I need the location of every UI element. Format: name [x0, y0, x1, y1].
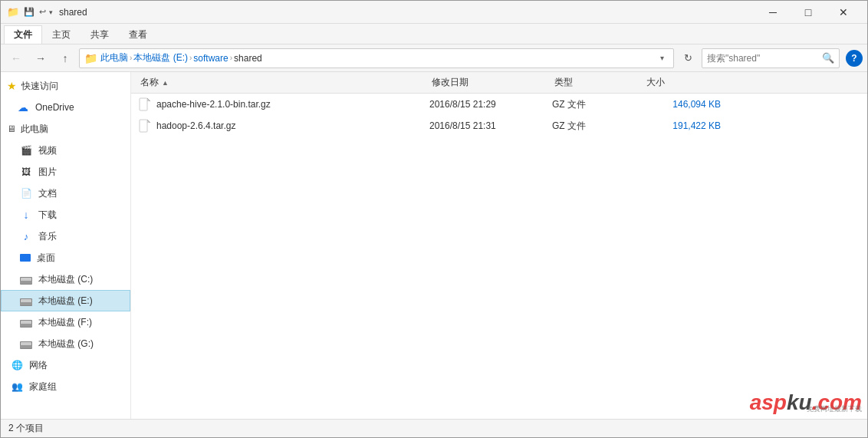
- dropdown-arrow[interactable]: ▾: [49, 8, 53, 16]
- col-header-name[interactable]: 名称 ▲: [137, 72, 429, 93]
- sidebar: ★ 快速访问 ☁ OneDrive 🖥 此电脑 🎬 视频 🖼 图片: [1, 72, 131, 419]
- sidebar-item-pictures[interactable]: 🖼 图片: [1, 161, 130, 183]
- maximize-button[interactable]: □: [791, 1, 826, 24]
- search-box[interactable]: 🔍: [702, 48, 840, 68]
- sidebar-item-documents[interactable]: 📄 文档: [1, 183, 130, 204]
- breadcrumb-sep-1: ›: [130, 54, 132, 62]
- downloads-icon: ↓: [20, 209, 32, 221]
- drive-e-label: 本地磁盘 (E:): [38, 295, 93, 308]
- tab-file[interactable]: 文件: [4, 25, 42, 44]
- tab-share[interactable]: 共享: [81, 25, 119, 44]
- desktop-label: 桌面: [37, 252, 55, 265]
- file-icon-1: [138, 97, 152, 111]
- col-name-label: 名称: [140, 76, 159, 89]
- file-row-1[interactable]: apache-hive-2.1.0-bin.tar.gz 2016/8/15 2…: [131, 94, 867, 115]
- sidebar-item-drive-e[interactable]: 本地磁盘 (E:): [1, 290, 130, 311]
- onedrive-icon: ☁: [17, 101, 29, 114]
- this-pc-label: 此电脑: [21, 123, 48, 136]
- file-row-2[interactable]: hadoop-2.6.4.tar.gz 2016/8/15 21:31 GZ 文…: [131, 115, 867, 137]
- address-folder-icon: 📁: [84, 52, 97, 64]
- toolbar-row: ← → ↑ 📁 此电脑 › 本地磁盘 (E:) › software › sha…: [1, 44, 867, 72]
- search-input[interactable]: [707, 53, 819, 64]
- close-button[interactable]: ✕: [826, 1, 861, 24]
- documents-icon: 📄: [20, 187, 32, 199]
- file-size-2: 191,422 KB: [644, 120, 721, 131]
- address-bar[interactable]: 📁 此电脑 › 本地磁盘 (E:) › software › shared ▾: [79, 48, 674, 68]
- help-button[interactable]: ?: [846, 50, 863, 67]
- sidebar-group-this-pc[interactable]: 🖥 此电脑: [1, 118, 130, 140]
- status-bar: 2 个项目: [1, 419, 867, 437]
- sidebar-item-downloads[interactable]: ↓ 下载: [1, 204, 130, 226]
- search-icon[interactable]: 🔍: [822, 52, 834, 64]
- file-list-header: 名称 ▲ 修改日期 类型 大小: [131, 72, 867, 94]
- quick-access-icon-1: 📁: [7, 6, 19, 18]
- title-bar-controls: ─ □ ✕: [755, 1, 861, 24]
- sidebar-item-drive-g[interactable]: 本地磁盘 (G:): [1, 333, 130, 354]
- sort-arrow-icon: ▲: [162, 79, 169, 87]
- quick-access-undo[interactable]: ↩: [39, 7, 46, 17]
- network-icon: 🌐: [11, 359, 23, 371]
- sidebar-item-drive-c[interactable]: 本地磁盘 (C:): [1, 268, 130, 290]
- sidebar-item-network[interactable]: 🌐 网络: [1, 354, 130, 376]
- back-button[interactable]: ←: [5, 48, 27, 68]
- quick-access-save[interactable]: 💾: [24, 7, 35, 17]
- pictures-icon: 🖼: [20, 166, 32, 178]
- minimize-button[interactable]: ─: [755, 1, 791, 24]
- music-label: 音乐: [38, 230, 57, 243]
- file-name-1: apache-hive-2.1.0-bin.tar.gz: [156, 99, 429, 110]
- forward-button[interactable]: →: [30, 48, 51, 68]
- main-area: ★ 快速访问 ☁ OneDrive 🖥 此电脑 🎬 视频 🖼 图片: [1, 72, 867, 419]
- svg-rect-8: [20, 324, 32, 327]
- drive-c-icon: [20, 273, 32, 285]
- file-date-2: 2016/8/15 21:31: [429, 120, 552, 131]
- sidebar-item-drive-f[interactable]: 本地磁盘 (F:): [1, 311, 130, 333]
- downloads-label: 下载: [38, 209, 57, 222]
- col-date-label: 修改日期: [432, 76, 469, 89]
- music-icon: ♪: [20, 230, 32, 242]
- status-text: 2 个项目: [8, 422, 44, 435]
- breadcrumb-sep-2: ›: [189, 54, 192, 62]
- file-icon-2: [138, 119, 152, 133]
- file-list-body: apache-hive-2.1.0-bin.tar.gz 2016/8/15 2…: [131, 94, 867, 419]
- desktop-icon: [20, 254, 31, 262]
- breadcrumb-item-shared[interactable]: shared: [234, 53, 262, 64]
- svg-rect-2: [20, 281, 32, 284]
- up-button[interactable]: ↑: [54, 48, 76, 68]
- videos-icon: 🎬: [20, 144, 32, 156]
- col-type-label: 类型: [554, 76, 573, 89]
- sidebar-item-videos[interactable]: 🎬 视频: [1, 140, 130, 161]
- homegroup-icon: 👥: [11, 380, 23, 393]
- col-size-label: 大小: [646, 76, 665, 89]
- window-title: shared: [59, 7, 755, 18]
- file-type-1: GZ 文件: [552, 98, 644, 111]
- drive-f-label: 本地磁盘 (F:): [38, 316, 92, 329]
- watermark-subtext: 免费网址最新下载: [807, 405, 862, 413]
- ribbon-tab-list: 文件 主页 共享 查看: [1, 24, 867, 44]
- svg-rect-15: [140, 120, 147, 132]
- quick-access-label: 快速访问: [21, 80, 58, 93]
- drive-f-icon: [20, 316, 32, 328]
- sidebar-group-quick-access[interactable]: ★ 快速访问: [1, 75, 130, 97]
- breadcrumb-item-software[interactable]: software: [193, 53, 228, 64]
- sidebar-item-desktop[interactable]: 桌面: [1, 247, 130, 268]
- this-pc-icon: 🖥: [7, 123, 16, 134]
- col-header-size[interactable]: 大小: [643, 72, 720, 93]
- homegroup-label: 家庭组: [29, 380, 57, 394]
- refresh-button[interactable]: ↻: [677, 48, 699, 68]
- title-bar: 📁 💾 ↩ ▾ shared ─ □ ✕: [1, 1, 867, 24]
- breadcrumb-item-drive[interactable]: 本地磁盘 (E:): [133, 51, 188, 64]
- address-dropdown-button[interactable]: ▾: [655, 51, 669, 66]
- breadcrumb-item-pc[interactable]: 此电脑: [100, 51, 128, 64]
- drive-g-icon: [20, 338, 32, 350]
- file-area: 名称 ▲ 修改日期 类型 大小: [131, 72, 867, 419]
- file-date-1: 2016/8/15 21:29: [429, 99, 552, 110]
- svg-rect-5: [20, 302, 32, 305]
- sidebar-item-onedrive[interactable]: ☁ OneDrive: [1, 97, 130, 118]
- col-header-type[interactable]: 类型: [551, 72, 643, 93]
- tab-home[interactable]: 主页: [42, 25, 81, 44]
- tab-view[interactable]: 查看: [119, 25, 157, 44]
- videos-label: 视频: [38, 144, 57, 157]
- sidebar-item-homegroup[interactable]: 👥 家庭组: [1, 376, 130, 397]
- col-header-date[interactable]: 修改日期: [429, 72, 551, 93]
- sidebar-item-music[interactable]: ♪ 音乐: [1, 226, 130, 247]
